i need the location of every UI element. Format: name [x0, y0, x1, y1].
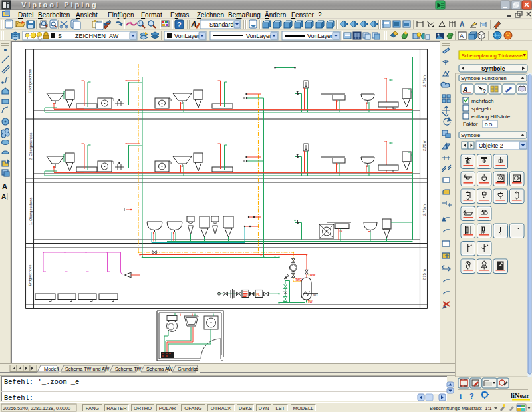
svg-text:+: + [138, 21, 141, 25]
svg-text:i: i [460, 392, 462, 400]
svg-text:WT: WT [313, 294, 318, 297]
svg-text:UE: UE [339, 230, 343, 233]
svg-text:TWZ: TWZ [295, 278, 302, 282]
svg-text:Befehl:: Befehl: [4, 394, 33, 402]
svg-text:Befehl: '_.zoom _e: Befehl: '_.zoom _e [4, 378, 79, 386]
svg-text:Schemaplanung Trinkwasser: Schemaplanung Trinkwasser [462, 53, 524, 59]
svg-text:Schema TW: Schema TW [115, 366, 142, 372]
svg-text:FL: FL [257, 293, 261, 296]
svg-text:Standard: Standard [209, 21, 234, 28]
svg-text:Symbole-Funktionen: Symbole-Funktionen [461, 75, 507, 81]
svg-text:Schema AW: Schema AW [146, 366, 172, 372]
svg-text:20256.5240, 2280.1238, 0.0000: 20256.5240, 2280.1238, 0.0000 [3, 405, 70, 411]
svg-text:2.75 m: 2.75 m [422, 204, 426, 216]
svg-text:VonLayer: VonLayer [246, 33, 271, 39]
svg-text:A: A [460, 21, 464, 28]
svg-text:spiegeln: spiegeln [471, 106, 491, 112]
svg-text:1. Obergeschoss: 1. Obergeschoss [29, 197, 33, 225]
svg-text:2. Obergeschoss: 2. Obergeschoss [29, 132, 33, 160]
svg-text:Objekte 2: Objekte 2 [479, 142, 503, 149]
svg-text:TWW: TWW [308, 274, 316, 277]
svg-text:A: A [1, 193, 6, 200]
svg-text:VonLayer: VonLayer [307, 33, 332, 39]
svg-text:0.5: 0.5 [485, 122, 493, 128]
svg-text:?: ? [483, 88, 486, 94]
svg-text:A: A [462, 86, 467, 93]
svg-text:2.75 m: 2.75 m [422, 269, 426, 280]
svg-text:Dachgeschoss: Dachgeschoss [29, 69, 33, 93]
svg-text:liNear: liNear [511, 392, 529, 399]
svg-text:A: A [2, 182, 7, 190]
svg-text:2.75 m: 2.75 m [422, 75, 426, 87]
svg-text:TW: TW [308, 300, 313, 304]
svg-text:Grundriss: Grundriss [178, 366, 199, 372]
svg-text:A: A [190, 20, 197, 29]
svg-text:entlang Hilfslinie: entlang Hilfslinie [471, 114, 511, 120]
svg-text:Symbole: Symbole [481, 65, 505, 72]
svg-text:?: ? [177, 21, 182, 29]
svg-text:S____ZEICHNEN_AW: S____ZEICHNEN_AW [58, 33, 119, 39]
svg-text:Schema TW und AW: Schema TW und AW [65, 366, 110, 372]
svg-text:?: ? [469, 392, 474, 400]
svg-text:Faktor: Faktor [463, 121, 478, 127]
svg-text:Symbole: Symbole [461, 132, 480, 138]
svg-text:Modell: Modell [44, 366, 59, 372]
svg-text:Erdgeschoss: Erdgeschoss [29, 264, 33, 286]
svg-text:A: A [460, 33, 464, 39]
svg-text:VonLayer: VonLayer [174, 33, 200, 39]
svg-text:2.75 m: 2.75 m [422, 140, 426, 151]
svg-text:mehrfach: mehrfach [471, 98, 493, 104]
